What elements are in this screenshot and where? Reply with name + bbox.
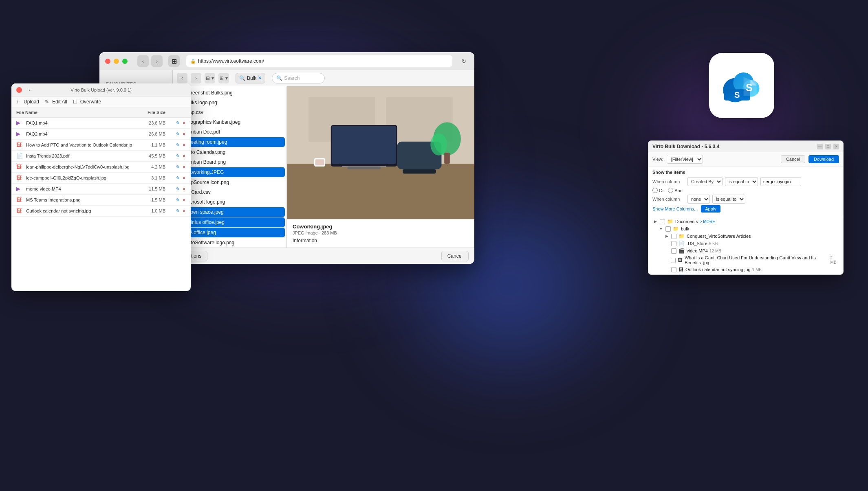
delete-file-icon[interactable]: ✕ — [182, 175, 186, 181]
filter-column-select-2[interactable]: none — [687, 195, 710, 204]
browser-forward-button[interactable]: › — [151, 55, 163, 67]
radio-and[interactable]: And — [668, 188, 683, 193]
finder-forward-button[interactable]: › — [191, 73, 201, 83]
upload-back-button[interactable]: ← — [28, 87, 33, 93]
edit-file-icon[interactable]: ✎ — [176, 208, 180, 214]
tree-ds-store[interactable]: 📄 .DS_Store 6 KB — [648, 240, 843, 247]
filter-condition-select[interactable]: is equal to — [725, 177, 758, 186]
tree-label: Outlook calendar not syncing.jpg — [685, 267, 751, 272]
browser-back-button[interactable]: ‹ — [137, 55, 149, 67]
preview-filename: Coworking.jpeg — [293, 224, 469, 230]
finder-view-list-button[interactable]: ⊟ ▾ — [205, 73, 215, 83]
tree-checkbox[interactable] — [671, 258, 676, 263]
bulk-search-clear[interactable]: ✕ — [258, 75, 262, 81]
browser-refresh-button[interactable]: ↻ — [459, 56, 469, 66]
edit-file-icon[interactable]: ✎ — [176, 186, 180, 192]
view-select[interactable]: [FilterView] — [667, 155, 703, 164]
tree-toggle[interactable]: ▼ — [658, 226, 664, 232]
edit-file-icon[interactable]: ✎ — [176, 132, 180, 137]
tree-toggle[interactable]: ▶ — [664, 233, 670, 239]
tree-virto-docx[interactable]: 📝 virto calendar 2024 documentation copy… — [648, 273, 843, 275]
delete-file-icon[interactable]: ✕ — [182, 197, 186, 203]
upload-file-list: ▶ FAQ1.mp4 23.8 MB ✎ ✕ ▶ FAQ2.mp4 26.8 M… — [11, 118, 191, 276]
edit-all-button[interactable]: ✎ Edit All — [45, 99, 67, 105]
upload-file-name: MS Teams Integrations.png — [26, 197, 133, 202]
finder-cancel-button[interactable]: Cancel — [441, 251, 469, 261]
window-maximize-dot[interactable] — [122, 59, 128, 64]
upload-file-row[interactable]: ▶ FAQ1.mp4 23.8 MB ✎ ✕ — [11, 118, 191, 129]
delete-file-icon[interactable]: ✕ — [182, 121, 186, 126]
filter-value-input[interactable] — [760, 177, 801, 186]
upload-file-row[interactable]: 🖼 Outlook calendar not syncing.jpg 1.0 M… — [11, 206, 191, 217]
tree-documents[interactable]: ▶ 📁 Documents > MORE — [648, 218, 843, 225]
delete-file-icon[interactable]: ✕ — [182, 164, 186, 170]
upload-file-row[interactable]: 🖼 How to Add PTO and Vacation to Outlook… — [11, 140, 191, 151]
upload-file-row[interactable]: 🖼 MS Teams Integrations.png 1.5 MB ✎ ✕ — [11, 195, 191, 206]
finder-back-button[interactable]: ‹ — [177, 73, 187, 83]
tree-checkbox[interactable] — [671, 234, 676, 239]
upload-file-size: 23.8 MB — [133, 121, 165, 125]
tree-gantt-jpg[interactable]: 🖼 What Is a Gantt Chart Used For Underst… — [648, 254, 843, 266]
upload-file-name: Outlook calendar not syncing.jpg — [26, 208, 133, 213]
radio-or-input[interactable] — [652, 188, 658, 193]
svg-point-18 — [430, 133, 447, 155]
finder-view-grid-button[interactable]: ⊞ ▾ — [218, 73, 229, 83]
radio-and-input[interactable] — [668, 188, 673, 193]
upload-button[interactable]: ↑ Upload — [16, 99, 39, 105]
upload-file-row[interactable]: 🖼 jean-philippe-delberghe-NgLV7ddiCw0-un… — [11, 162, 191, 173]
finder-preview: Coworking.jpeg JPEG image · 283 MB Infor… — [287, 86, 474, 248]
upload-file-size: 11.5 MB — [133, 186, 165, 191]
folder-icon: 📁 — [673, 226, 679, 232]
delete-file-icon[interactable]: ✕ — [182, 132, 186, 137]
overwrite-button[interactable]: ☐ Overwrite — [73, 99, 101, 105]
download-button[interactable]: Download — [809, 155, 839, 163]
tree-checkbox[interactable] — [660, 219, 665, 224]
upload-file-name: How to Add PTO and Vacation to Outlook C… — [26, 142, 133, 147]
download-maximize-button[interactable]: □ — [825, 144, 831, 149]
delete-file-icon[interactable]: ✕ — [182, 208, 186, 214]
upload-file-row[interactable]: ▶ FAQ2.mp4 26.8 MB ✎ ✕ — [11, 129, 191, 140]
file-item-meeting-room[interactable]: Meeting room.jpeg — [174, 137, 285, 147]
tree-toggle[interactable]: ▶ — [652, 219, 658, 224]
radio-or[interactable]: Or — [652, 188, 664, 193]
download-minimize-button[interactable]: — — [817, 144, 823, 149]
download-cancel-button[interactable]: Cancel — [781, 155, 805, 163]
show-more-columns-button[interactable]: Show More Columns... — [652, 206, 698, 211]
upload-file-row[interactable]: 🖼 lee-campbell-GI6L2pkiZgQ-unsplash.jpg … — [11, 173, 191, 184]
tree-bulk[interactable]: ▼ 📁 bulk — [648, 225, 843, 232]
tree-outlook-jpg[interactable]: 🖼 Outlook calendar not syncing.jpg 1 MB — [648, 266, 843, 273]
tree-checkbox[interactable] — [671, 241, 676, 246]
edit-file-icon[interactable]: ✎ — [176, 164, 180, 170]
delete-file-icon[interactable]: ✕ — [182, 142, 186, 148]
delete-file-icon[interactable]: ✕ — [182, 186, 186, 192]
apply-filter-button[interactable]: Apply — [701, 205, 720, 213]
browser-url-bar[interactable]: 🔒 https://www.virtosoftware.com/ — [186, 55, 452, 67]
file-item-vilnius-office[interactable]: Vilnius office.jpeg — [174, 217, 285, 227]
file-item-coworking[interactable]: Coworking.JPEG — [174, 167, 285, 177]
tree-video-mp4[interactable]: 🎬 video.MP4 12 MB — [648, 247, 843, 254]
delete-file-icon[interactable]: ✕ — [182, 153, 186, 159]
tree-checkbox[interactable] — [671, 248, 676, 254]
filter-column-select[interactable]: Created By — [687, 177, 723, 186]
upload-file-row[interactable]: ▶ meme video.MP4 11.5 MB ✎ ✕ — [11, 184, 191, 195]
tree-more-link[interactable]: > MORE — [700, 219, 716, 224]
upload-file-row[interactable]: 📄 Insta Trends 2023.pdf 45.5 MB ✎ ✕ — [11, 151, 191, 162]
file-item-open-space[interactable]: Open space.jpeg — [174, 207, 285, 217]
upload-file-size: 1.0 MB — [133, 208, 165, 213]
edit-file-icon[interactable]: ✎ — [176, 197, 180, 203]
edit-file-icon[interactable]: ✎ — [176, 153, 180, 159]
edit-file-icon[interactable]: ✎ — [176, 175, 180, 181]
edit-file-icon[interactable]: ✎ — [176, 142, 180, 148]
window-close-dot[interactable] — [105, 59, 110, 64]
upload-close-button[interactable] — [16, 87, 22, 93]
filter-condition-select-2[interactable]: is equal to — [712, 195, 745, 204]
tree-checkbox[interactable] — [671, 267, 676, 272]
tree-conquest[interactable]: ▶ 📁 Conquest_VirtoSoftware Articles — [648, 232, 843, 240]
window-minimize-dot[interactable] — [114, 59, 119, 64]
download-close-button[interactable]: ✕ — [833, 144, 839, 149]
tree-checkbox[interactable] — [671, 274, 676, 275]
edit-file-icon[interactable]: ✎ — [176, 121, 180, 126]
finder-search-input[interactable]: 🔍 Search — [272, 73, 325, 83]
file-item-la-office[interactable]: LA office.jpeg — [174, 228, 285, 237]
tree-checkbox[interactable] — [665, 226, 671, 232]
